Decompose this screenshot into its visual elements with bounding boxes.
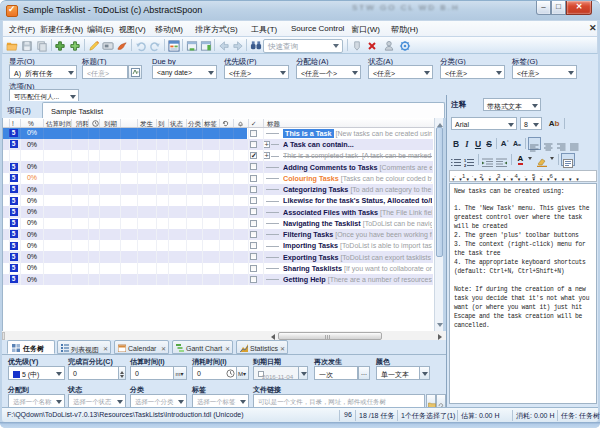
svg-text:2: 2 xyxy=(464,163,467,168)
